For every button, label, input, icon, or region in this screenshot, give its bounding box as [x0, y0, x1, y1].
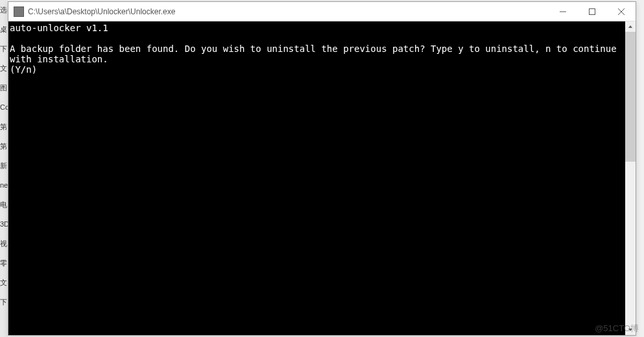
desktop-fragment: 下 — [0, 39, 8, 58]
desktop-fragment: 视 — [0, 234, 8, 253]
console-output[interactable]: auto-unlocker v1.1 A backup folder has b… — [8, 21, 625, 335]
scroll-down-button[interactable] — [625, 325, 636, 335]
console-line: (Y/n) — [10, 64, 37, 75]
desktop-fragment: ne — [0, 175, 8, 195]
svg-marker-5 — [628, 329, 632, 331]
svg-rect-1 — [589, 8, 595, 14]
desktop-fragment: 图 — [0, 78, 8, 97]
desktop-fragment: 桌 — [0, 19, 8, 39]
console-area: auto-unlocker v1.1 A backup folder has b… — [8, 21, 636, 335]
maximize-icon — [589, 8, 595, 15]
minimize-icon — [560, 8, 566, 15]
scroll-thumb[interactable] — [625, 32, 636, 162]
desktop-fragment: 新 — [0, 156, 8, 175]
desktop-fragment: 第 — [0, 136, 8, 156]
desktop-fragment: 选 — [0, 0, 8, 19]
vertical-scrollbar[interactable] — [625, 21, 636, 335]
desktop-fragment: 零 — [0, 253, 8, 273]
minimize-button[interactable] — [548, 2, 577, 21]
titlebar[interactable]: C:\Users\a\Desktop\Unlocker\Unlocker.exe — [8, 2, 636, 21]
desktop-fragment: 文 — [0, 273, 8, 292]
chevron-up-icon — [628, 24, 633, 29]
console-line: auto-unlocker v1.1 — [10, 23, 108, 33]
desktop-fragment: 3D — [0, 214, 8, 234]
desktop-fragment: 电 — [0, 195, 8, 214]
console-line: A backup folder has been found. Do you w… — [10, 44, 622, 64]
window-title: C:\Users\a\Desktop\Unlocker\Unlocker.exe — [28, 7, 548, 16]
scroll-up-button[interactable] — [625, 21, 636, 32]
chevron-down-icon — [628, 327, 633, 332]
console-window: C:\Users\a\Desktop\Unlocker\Unlocker.exe… — [8, 1, 636, 336]
app-icon — [14, 6, 24, 17]
desktop-fragment: 下 — [0, 292, 8, 312]
window-controls — [548, 2, 636, 21]
desktop-background-fragments: 选 桌 下 文 图 Co 第 第 新 ne 电 3D 视 零 文 下 — [0, 0, 8, 337]
maximize-button[interactable] — [577, 2, 606, 21]
svg-marker-4 — [628, 25, 632, 28]
close-icon — [618, 8, 625, 15]
desktop-fragment: Co — [0, 97, 8, 117]
desktop-fragment: 文 — [0, 58, 8, 78]
close-button[interactable] — [606, 2, 636, 21]
desktop-fragment: 第 — [0, 117, 8, 136]
